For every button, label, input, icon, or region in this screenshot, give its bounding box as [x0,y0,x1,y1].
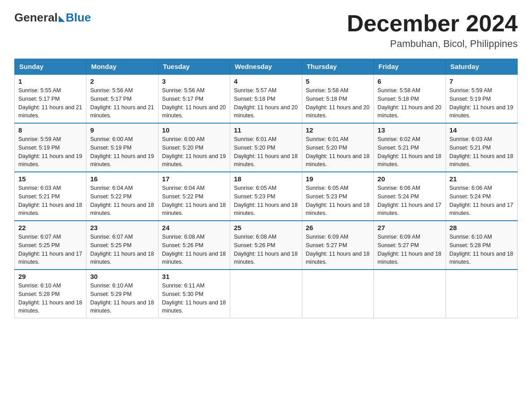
calendar-cell: 30 Sunrise: 6:10 AMSunset: 5:29 PMDaylig… [86,270,158,318]
calendar-week-row: 1 Sunrise: 5:55 AMSunset: 5:17 PMDayligh… [15,74,518,123]
calendar-cell: 12 Sunrise: 6:01 AMSunset: 5:20 PMDaylig… [302,123,373,172]
day-info: Sunrise: 6:11 AMSunset: 5:30 PMDaylight:… [162,282,226,315]
calendar-cell: 11 Sunrise: 6:01 AMSunset: 5:20 PMDaylig… [230,123,302,172]
calendar-cell: 19 Sunrise: 6:05 AMSunset: 5:23 PMDaylig… [302,172,373,221]
day-info: Sunrise: 6:03 AMSunset: 5:21 PMDaylight:… [450,135,514,169]
day-number: 23 [90,224,154,231]
day-info: Sunrise: 6:05 AMSunset: 5:23 PMDaylight:… [234,184,298,218]
day-info: Sunrise: 6:10 AMSunset: 5:29 PMDaylight:… [90,282,154,315]
calendar-cell: 15 Sunrise: 6:03 AMSunset: 5:21 PMDaylig… [15,172,86,221]
calendar-cell [302,270,373,318]
calendar-header-friday: Friday [374,59,446,75]
day-number: 19 [306,175,370,183]
calendar-cell: 18 Sunrise: 6:05 AMSunset: 5:23 PMDaylig… [230,172,302,221]
day-info: Sunrise: 5:59 AMSunset: 5:19 PMDaylight:… [450,86,514,120]
day-number: 15 [18,175,82,183]
calendar-header-monday: Monday [86,59,158,75]
logo-general-text: General [14,11,58,25]
day-info: Sunrise: 6:00 AMSunset: 5:19 PMDaylight:… [90,135,154,169]
day-number: 25 [234,224,298,231]
day-number: 18 [234,175,298,183]
day-info: Sunrise: 5:56 AMSunset: 5:17 PMDaylight:… [162,86,226,120]
day-number: 5 [306,77,370,85]
day-info: Sunrise: 5:57 AMSunset: 5:18 PMDaylight:… [234,86,298,120]
day-info: Sunrise: 5:55 AMSunset: 5:17 PMDaylight:… [18,86,82,120]
day-info: Sunrise: 5:59 AMSunset: 5:19 PMDaylight:… [18,135,82,169]
day-number: 14 [450,126,514,134]
day-number: 24 [162,224,226,231]
day-number: 9 [90,126,154,134]
day-info: Sunrise: 5:56 AMSunset: 5:17 PMDaylight:… [90,86,154,120]
day-number: 4 [234,77,298,85]
day-number: 12 [306,126,370,134]
calendar-header-sunday: Sunday [15,59,86,75]
calendar-cell: 1 Sunrise: 5:55 AMSunset: 5:17 PMDayligh… [15,74,86,123]
location-title: Pambuhan, Bicol, Philippines [347,38,518,50]
logo: General Blue [14,11,91,25]
day-info: Sunrise: 6:10 AMSunset: 5:28 PMDaylight:… [450,233,514,266]
logo-triangle-icon [59,16,65,22]
day-number: 26 [306,224,370,231]
calendar-cell: 24 Sunrise: 6:08 AMSunset: 5:26 PMDaylig… [158,221,230,270]
calendar-cell: 20 Sunrise: 6:06 AMSunset: 5:24 PMDaylig… [374,172,446,221]
day-info: Sunrise: 6:04 AMSunset: 5:22 PMDaylight:… [162,184,226,218]
day-number: 2 [90,77,154,85]
calendar-table: SundayMondayTuesdayWednesdayThursdayFrid… [14,59,518,318]
day-number: 3 [162,77,226,85]
calendar-cell: 10 Sunrise: 6:00 AMSunset: 5:20 PMDaylig… [158,123,230,172]
title-area: December 2024 Pambuhan, Bicol, Philippin… [347,11,518,50]
month-title: December 2024 [347,11,518,36]
calendar-header-thursday: Thursday [302,59,373,75]
day-info: Sunrise: 6:04 AMSunset: 5:22 PMDaylight:… [90,184,154,218]
day-info: Sunrise: 6:09 AMSunset: 5:27 PMDaylight:… [306,233,370,266]
day-info: Sunrise: 6:07 AMSunset: 5:25 PMDaylight:… [18,233,82,266]
calendar-cell: 5 Sunrise: 5:58 AMSunset: 5:18 PMDayligh… [302,74,373,123]
calendar-cell: 29 Sunrise: 6:10 AMSunset: 5:28 PMDaylig… [15,270,86,318]
calendar-cell: 17 Sunrise: 6:04 AMSunset: 5:22 PMDaylig… [158,172,230,221]
calendar-header-wednesday: Wednesday [230,59,302,75]
calendar-cell: 27 Sunrise: 6:09 AMSunset: 5:27 PMDaylig… [374,221,446,270]
calendar-cell: 31 Sunrise: 6:11 AMSunset: 5:30 PMDaylig… [158,270,230,318]
calendar-cell: 14 Sunrise: 6:03 AMSunset: 5:21 PMDaylig… [446,123,517,172]
day-info: Sunrise: 6:00 AMSunset: 5:20 PMDaylight:… [162,135,226,169]
calendar-cell: 7 Sunrise: 5:59 AMSunset: 5:19 PMDayligh… [446,74,517,123]
page-header: General Blue December 2024 Pambuhan, Bic… [14,11,518,50]
day-number: 28 [450,224,514,231]
day-number: 11 [234,126,298,134]
calendar-cell: 9 Sunrise: 6:00 AMSunset: 5:19 PMDayligh… [86,123,158,172]
calendar-header-tuesday: Tuesday [158,59,230,75]
calendar-cell: 25 Sunrise: 6:08 AMSunset: 5:26 PMDaylig… [230,221,302,270]
calendar-cell: 22 Sunrise: 6:07 AMSunset: 5:25 PMDaylig… [15,221,86,270]
calendar-cell: 23 Sunrise: 6:07 AMSunset: 5:25 PMDaylig… [86,221,158,270]
calendar-cell: 3 Sunrise: 5:56 AMSunset: 5:17 PMDayligh… [158,74,230,123]
day-info: Sunrise: 6:09 AMSunset: 5:27 PMDaylight:… [378,233,442,266]
calendar-cell: 8 Sunrise: 5:59 AMSunset: 5:19 PMDayligh… [15,123,86,172]
day-info: Sunrise: 6:08 AMSunset: 5:26 PMDaylight:… [162,233,226,266]
day-number: 21 [450,175,514,183]
day-number: 20 [378,175,442,183]
calendar-cell: 16 Sunrise: 6:04 AMSunset: 5:22 PMDaylig… [86,172,158,221]
calendar-week-row: 29 Sunrise: 6:10 AMSunset: 5:28 PMDaylig… [15,270,518,318]
day-number: 13 [378,126,442,134]
day-number: 16 [90,175,154,183]
day-info: Sunrise: 6:10 AMSunset: 5:28 PMDaylight:… [18,282,82,315]
day-info: Sunrise: 5:58 AMSunset: 5:18 PMDaylight:… [378,86,442,120]
day-info: Sunrise: 6:01 AMSunset: 5:20 PMDaylight:… [306,135,370,169]
day-info: Sunrise: 6:06 AMSunset: 5:24 PMDaylight:… [378,184,442,218]
calendar-cell: 21 Sunrise: 6:06 AMSunset: 5:24 PMDaylig… [446,172,517,221]
calendar-week-row: 22 Sunrise: 6:07 AMSunset: 5:25 PMDaylig… [15,221,518,270]
calendar-cell: 28 Sunrise: 6:10 AMSunset: 5:28 PMDaylig… [446,221,517,270]
day-number: 6 [378,77,442,85]
calendar-header-row: SundayMondayTuesdayWednesdayThursdayFrid… [15,59,518,75]
calendar-header-saturday: Saturday [446,59,517,75]
calendar-cell: 2 Sunrise: 5:56 AMSunset: 5:17 PMDayligh… [86,74,158,123]
day-number: 8 [18,126,82,134]
calendar-cell [230,270,302,318]
day-number: 31 [162,273,226,280]
day-number: 10 [162,126,226,134]
day-info: Sunrise: 6:06 AMSunset: 5:24 PMDaylight:… [450,184,514,218]
day-info: Sunrise: 6:08 AMSunset: 5:26 PMDaylight:… [234,233,298,266]
day-info: Sunrise: 6:03 AMSunset: 5:21 PMDaylight:… [18,184,82,218]
day-info: Sunrise: 6:05 AMSunset: 5:23 PMDaylight:… [306,184,370,218]
calendar-cell: 4 Sunrise: 5:57 AMSunset: 5:18 PMDayligh… [230,74,302,123]
